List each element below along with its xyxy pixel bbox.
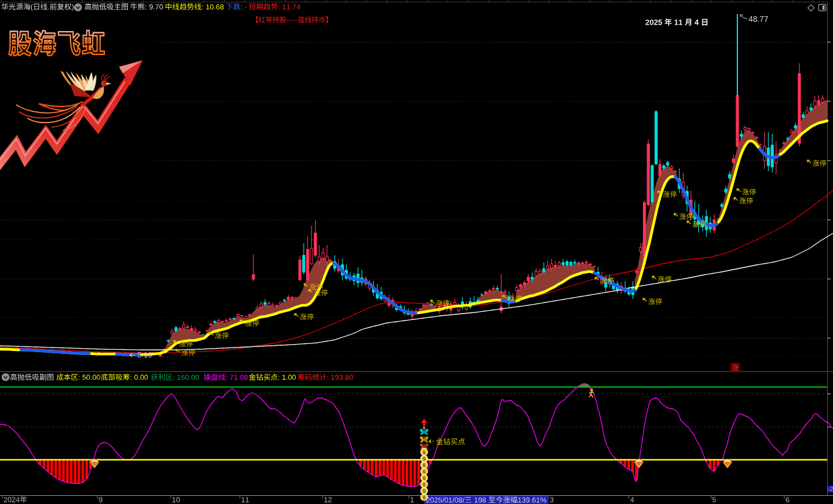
svg-text:$: $ <box>422 495 425 500</box>
